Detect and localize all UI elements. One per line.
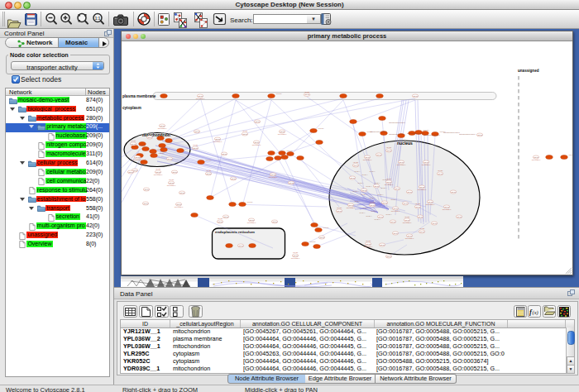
svg-text:mitochondrion and p: mitochondrion and p: [443, 131, 461, 133]
svg-text:Yab 1p: Yab 1p: [390, 221, 396, 222]
svg-text:Yab 1p: Yab 1p: [432, 222, 438, 224]
svg-text:Ygl 2p-4: Ygl 2p-4: [390, 198, 397, 200]
svg-text:mitochondrion and p: mitochondrion and p: [389, 122, 406, 123]
svg-text:Ygl 2p-4: Ygl 2p-4: [352, 190, 359, 192]
svg-text:Yab 1p: Yab 1p: [337, 210, 342, 212]
svg-text:GO rnetab p: GO rnetab p: [403, 222, 411, 223]
svg-text:Yab 1p: Yab 1p: [179, 192, 185, 194]
svg-text:GO rnetab p: GO rnetab p: [213, 141, 222, 142]
svg-text:Yab 1p: Yab 1p: [404, 219, 410, 221]
svg-text:Yab 1p: Yab 1p: [249, 219, 255, 221]
svg-text:nucleus: nucleus: [397, 141, 413, 146]
svg-text:Yab 1p: Yab 1p: [206, 173, 212, 174]
svg-text:Yab 1p: Yab 1p: [451, 191, 457, 193]
svg-text:Yab 1p: Yab 1p: [393, 208, 399, 209]
svg-text:Yab 1p: Yab 1p: [143, 203, 149, 204]
svg-text:GO rnetab p: GO rnetab p: [291, 257, 299, 259]
svg-text:GO rnetab p: GO rnetab p: [363, 159, 371, 160]
svg-text:Yab 1p: Yab 1p: [419, 186, 425, 188]
svg-text:Yab 1p: Yab 1p: [534, 156, 539, 158]
svg-text:GO rnetab p: GO rnetab p: [397, 164, 405, 165]
svg-text:Yab 1p: Yab 1p: [304, 93, 310, 95]
svg-text:GO rnetab p: GO rnetab p: [443, 208, 451, 210]
svg-text:Ygl 2p-4: Ygl 2p-4: [385, 213, 392, 215]
svg-text:Ygr192c: Ygr192c: [205, 159, 211, 160]
svg-text:Yab 1p: Yab 1p: [386, 150, 392, 151]
svg-text:Ygl 2p-4: Ygl 2p-4: [380, 187, 387, 189]
svg-text:mitochondrion and p: mitochondrion and p: [370, 131, 387, 132]
svg-text:GO rnetab p: GO rnetab p: [385, 184, 393, 185]
svg-text:GO rnetab p: GO rnetab p: [426, 203, 434, 205]
svg-text:Ygr192c: Ygr192c: [246, 201, 252, 203]
svg-text:Yab 1p: Yab 1p: [477, 134, 483, 136]
svg-text:GO rnetab p: GO rnetab p: [252, 144, 261, 146]
svg-text:GO rnetab p: GO rnetab p: [405, 237, 414, 239]
svg-text:Yab 1p: Yab 1p: [366, 243, 371, 245]
svg-text:Yab 1p: Yab 1p: [198, 95, 203, 97]
svg-text:Yab 1p: Yab 1p: [272, 221, 278, 222]
svg-text:GO rnetab p: GO rnetab p: [269, 176, 277, 178]
svg-text:Yab 1p: Yab 1p: [423, 161, 429, 163]
svg-text:Ygl 2p-4: Ygl 2p-4: [357, 182, 364, 184]
svg-text:Yab 1p: Yab 1p: [194, 131, 200, 132]
svg-text:Yab 1p: Yab 1p: [289, 182, 294, 184]
svg-text:Yab 1p: Yab 1p: [382, 202, 388, 203]
svg-text:GO rnetab p: GO rnetab p: [422, 164, 430, 165]
svg-text:Yab 1p: Yab 1p: [353, 165, 359, 166]
svg-text:Ygl 2p-4: Ygl 2p-4: [369, 170, 376, 172]
svg-text:Yab 1p: Yab 1p: [376, 154, 382, 155]
svg-text:Yab 1p: Yab 1p: [223, 216, 229, 218]
svg-text:Ygr 02c: Ygr 02c: [366, 240, 371, 241]
svg-text:GO rnetab p: GO rnetab p: [391, 210, 400, 212]
svg-text:Yab 1p: Yab 1p: [131, 143, 136, 145]
svg-text:Yab 1p: Yab 1p: [393, 232, 399, 234]
svg-text:GO rnetab p: GO rnetab p: [196, 98, 204, 99]
svg-text:Yab 1p: Yab 1p: [374, 185, 380, 187]
svg-text:Yab 1p: Yab 1p: [370, 204, 376, 206]
svg-text:Yab 1p: Yab 1p: [147, 136, 153, 138]
svg-text:Yab 1p: Yab 1p: [156, 171, 161, 173]
svg-text:Ygr 02c: Ygr 02c: [193, 144, 199, 146]
svg-text:Yab 1p: Yab 1p: [419, 231, 425, 232]
svg-text:Yab 1p: Yab 1p: [222, 153, 227, 155]
svg-text:mitochondrion and p: mitochondrion and p: [407, 132, 424, 134]
svg-text:Ygr 02c: Ygr 02c: [206, 170, 212, 171]
svg-text:Yab 1p: Yab 1p: [167, 158, 173, 160]
svg-text:Yab 1p: Yab 1p: [378, 216, 384, 218]
svg-text:Ygr 02c: Ygr 02c: [131, 140, 136, 141]
svg-text:Ygl 2p-4: Ygl 2p-4: [362, 207, 369, 208]
svg-text:Yab 1p: Yab 1p: [172, 171, 178, 173]
svg-text:endoplasmic reticulum: endoplasmic reticulum: [215, 230, 255, 234]
svg-text:Yab 1p: Yab 1p: [457, 216, 462, 218]
svg-text:Yab 1p: Yab 1p: [350, 177, 356, 179]
svg-text:Yab 1p: Yab 1p: [444, 206, 450, 208]
svg-text:cytoplasm: cytoplasm: [122, 106, 141, 110]
svg-text:Yab 1p: Yab 1p: [218, 221, 223, 222]
svg-text:GO rnetab p: GO rnetab p: [278, 133, 286, 135]
svg-text:Ygr192c: Ygr192c: [423, 129, 428, 131]
svg-text:Yab 1p: Yab 1p: [215, 138, 221, 140]
svg-text:Yab 1p: Yab 1p: [403, 203, 409, 204]
svg-text:Ygr 02c: Ygr 02c: [337, 207, 342, 208]
svg-text:Ygr192c: Ygr192c: [318, 127, 323, 129]
svg-text:Ygl 2p-4: Ygl 2p-4: [361, 194, 367, 195]
svg-text:Ygl 2p-4: Ygl 2p-4: [361, 174, 368, 175]
svg-text:Ygl 2p-4: Ygl 2p-4: [377, 194, 384, 195]
svg-text:Yab 1p: Yab 1p: [255, 121, 261, 122]
svg-text:Yab 1p: Yab 1p: [128, 171, 134, 173]
svg-text:Ygl 2p-4: Ygl 2p-4: [359, 212, 366, 213]
svg-text:Yab 1p: Yab 1p: [160, 125, 165, 127]
svg-text:Yab 1p: Yab 1p: [418, 216, 423, 218]
svg-text:Yab 1p: Yab 1p: [280, 131, 285, 132]
svg-text:Ygr 02c: Ygr 02c: [242, 130, 248, 131]
svg-text:GO rnetab p: GO rnetab p: [347, 207, 355, 208]
svg-text:Ygr192c: Ygr192c: [275, 93, 281, 94]
svg-text:Ygl 2p-4: Ygl 2p-4: [371, 210, 377, 212]
svg-text:Ygr192c: Ygr192c: [286, 150, 292, 151]
svg-text:Yab 1p: Yab 1p: [135, 156, 141, 158]
svg-text:Ygl 2p-4: Ygl 2p-4: [366, 215, 372, 217]
svg-text:Yab 1p: Yab 1p: [293, 255, 299, 256]
svg-text:GO rnetab p: GO rnetab p: [418, 189, 426, 190]
svg-text:Ygl 2p-4: Ygl 2p-4: [369, 197, 376, 198]
svg-text:Ygr 02c: Ygr 02c: [419, 227, 425, 229]
